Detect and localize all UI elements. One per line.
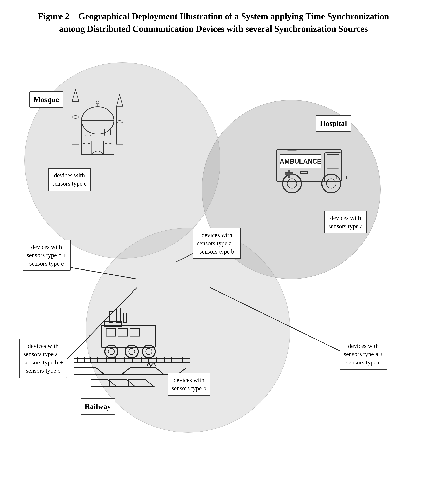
page-container: Figure 2 – Geographical Deployment Illus… — [0, 0, 427, 504]
sensors-type-abc-label: devices with sensors type a + sensors ty… — [19, 339, 67, 378]
sensors-type-c-label: devices with sensors type c — [48, 168, 91, 191]
sensors-type-b-label: devices with sensors type b — [168, 373, 211, 395]
figure-title: Figure 2 – Geographical Deployment Illus… — [26, 10, 401, 35]
hospital-label: Hospital — [316, 115, 351, 132]
sensors-type-a-label: devices with sensors type a — [324, 211, 367, 233]
title-line1: Figure 2 – Geographical Deployment Illus… — [26, 10, 401, 23]
sensors-type-ab-label: devices with sensors type a + sensors ty… — [193, 228, 241, 259]
sensors-type-ac-label: devices with sensors type a + sensors ty… — [340, 339, 387, 370]
title-line2: among Distributed Communication Devices … — [26, 23, 401, 35]
diagram-area: AMBULANCE — [14, 49, 413, 492]
circle-railway — [86, 228, 290, 433]
railway-label: Railway — [81, 398, 115, 415]
sensors-type-bc-label: devices with sensors type b + sensors ty… — [23, 240, 71, 271]
mosque-label: Mosque — [30, 91, 63, 108]
